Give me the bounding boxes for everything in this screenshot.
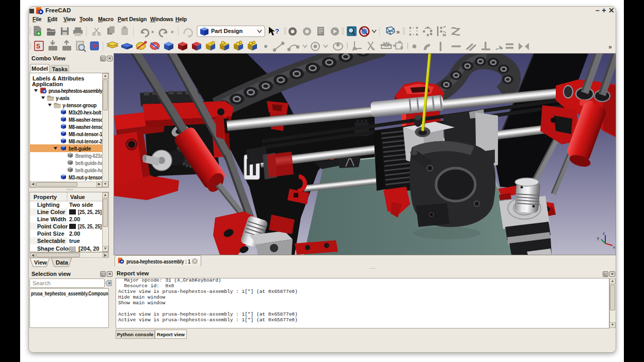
svg-text:true: true	[69, 238, 80, 244]
svg-text:Point Size: Point Size	[37, 231, 65, 237]
svg-text:M8-nut-tensor-2: M8-nut-tensor-2	[69, 139, 102, 144]
svg-text:prusa-hephestos-assembly: prusa-hephestos-assembly	[49, 88, 102, 94]
svg-text:Value: Value	[70, 194, 85, 200]
svg-text:Line Width: Line Width	[37, 216, 66, 222]
svg-text:y-axis: y-axis	[56, 95, 70, 101]
svg-text:Line Color: Line Color	[37, 209, 66, 215]
svg-text:Property: Property	[34, 194, 57, 200]
svg-text:Application: Application	[32, 81, 63, 87]
svg-text:View: View	[34, 259, 47, 266]
svg-text:M8-washer-tensor: M8-washer-tensor	[69, 124, 102, 130]
svg-text:Shape Color: Shape Color	[37, 245, 71, 252]
svg-text:belt-guide-ha: belt-guide-ha	[75, 168, 102, 173]
svg-text:y: y	[597, 236, 599, 240]
svg-text:Data: Data	[56, 259, 69, 266]
svg-text:x: x	[613, 245, 615, 250]
svg-text:belt-guide-ha: belt-guide-ha	[75, 160, 102, 166]
svg-text:Lighting: Lighting	[37, 202, 59, 208]
svg-text:Bearing-623zz: Bearing-623zz	[75, 153, 102, 159]
svg-text:»: »	[396, 28, 400, 36]
svg-text:2.00: 2.00	[69, 216, 80, 222]
svg-text:S: S	[36, 43, 40, 50]
svg-text:[25, 25, 25]: [25, 25, 25]	[78, 223, 102, 229]
svg-text:[25, 25, 25]: [25, 25, 25]	[78, 209, 102, 215]
svg-text:M3x20-hex-bolt: M3x20-hex-bolt	[69, 110, 102, 116]
svg-text:Part Design: Part Design	[211, 28, 243, 34]
svg-text:Two side: Two side	[69, 202, 93, 208]
svg-text:»: »	[608, 43, 612, 51]
svg-text:?: ?	[275, 27, 279, 35]
svg-text:[204, 20: [204, 20	[78, 245, 99, 252]
svg-text:2.00: 2.00	[69, 231, 80, 237]
svg-text:M8-washer-tensor: M8-washer-tensor	[69, 117, 102, 123]
svg-text:z: z	[603, 231, 605, 236]
svg-text:M3-nut-y-tensor-: M3-nut-y-tensor-	[69, 175, 102, 180]
svg-text:M8-nut-tensor-1: M8-nut-tensor-1	[69, 131, 102, 137]
svg-text:Selectable: Selectable	[37, 238, 65, 244]
svg-text:Point Color: Point Color	[37, 223, 68, 229]
svg-text:y-tensor-group: y-tensor-group	[62, 103, 96, 108]
svg-text:belt-guide: belt-guide	[69, 146, 91, 152]
